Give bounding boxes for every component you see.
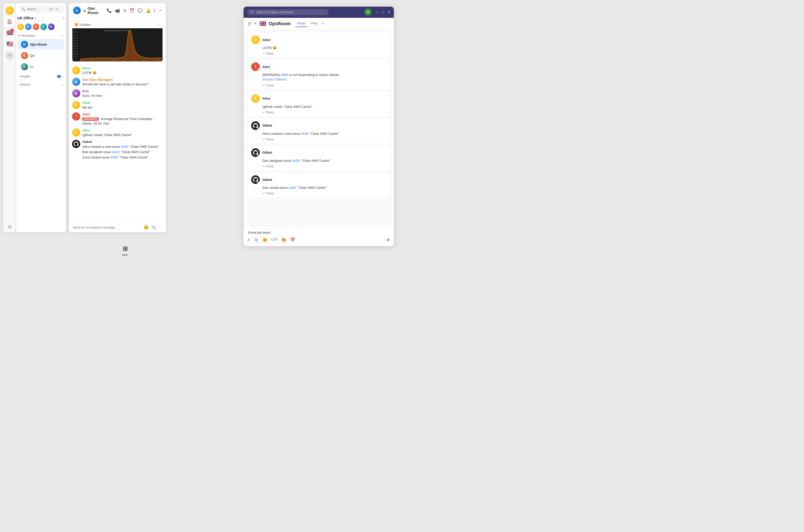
tab-files[interactable]: Files	[308, 20, 320, 27]
chat-header: O 🔒 Ops Room 📞 📹 ⊞ ⏰ 💬 🔔 ℹ ↗	[69, 3, 166, 18]
people-section-header[interactable]: › People 4 +	[16, 72, 66, 80]
issue-link-1[interactable]: #426	[121, 145, 128, 149]
apps-label: Apps	[122, 253, 128, 256]
grid-icon[interactable]: ⊞	[123, 8, 126, 13]
emoji-icon[interactable]: 😊	[144, 225, 149, 230]
rp-reply-button-1[interactable]: ↩ Reply	[251, 52, 386, 55]
bell-icon[interactable]: 🔔	[146, 8, 151, 13]
rp-reply-button-gitbot-2[interactable]: ↩ Reply	[251, 165, 386, 168]
rp-compose-text[interactable]: Great job team!	[247, 229, 390, 236]
workspace-add-button[interactable]: +	[63, 16, 65, 20]
sticker-icon[interactable]: 🎨	[282, 238, 287, 242]
search-icon: 🔍	[21, 7, 25, 11]
avatar-1[interactable]: A	[17, 23, 24, 30]
rp-message-alice-lgtm: A Alice LGTM 😀 ↩ Reply	[248, 33, 390, 58]
channel-item-ops-room[interactable]: O Ops Room	[18, 39, 64, 50]
rp-reply-button-alice-github[interactable]: ↩ Reply	[251, 111, 386, 114]
aws-link[interactable]: AWS	[281, 73, 288, 77]
workspace-chevron[interactable]: ▾	[35, 17, 36, 20]
expand-icon[interactable]: ↗	[158, 8, 162, 13]
user-avatar-icon[interactable]: A	[5, 6, 15, 15]
tab-add-button[interactable]: +	[321, 20, 325, 27]
settings-icon[interactable]: ⚙	[8, 224, 12, 230]
close-button[interactable]: ×	[387, 10, 390, 15]
right-user-avatar[interactable]: A	[365, 9, 372, 16]
rp-issue-link-3[interactable]: #426	[289, 186, 296, 190]
rooms-add-button[interactable]: +	[62, 82, 64, 87]
maximize-button[interactable]: □	[382, 10, 384, 15]
svg-text:9:25: 9:25	[112, 59, 115, 61]
chevron-right-icon: ›	[18, 75, 19, 78]
rp-reply-button-gitbot-3[interactable]: ↩ Reply	[251, 192, 386, 195]
avatar-5[interactable]: G	[48, 23, 55, 30]
attachment-icon[interactable]: 📎	[151, 225, 156, 230]
schedule-icon[interactable]: 📅	[290, 238, 295, 242]
phone-icon[interactable]: 📞	[107, 8, 112, 13]
video-icon[interactable]: 📹	[115, 8, 120, 13]
avatar-4[interactable]: C	[40, 23, 47, 30]
people-add-button[interactable]: +	[62, 74, 64, 78]
right-search-bar: 🔍	[247, 9, 329, 15]
format-icon[interactable]: 𝐀	[247, 238, 250, 242]
rp-issue-link-1[interactable]: #426	[301, 132, 308, 136]
rp-message-alice-github: A Alice !github create "Clear AWS Cache"…	[248, 92, 390, 117]
info-icon[interactable]: ℹ	[154, 8, 155, 13]
rp-reply-button-alert[interactable]: ↩ Reply	[251, 83, 386, 87]
message-gitbot: Gitbot Alice created a new issue #426: "…	[72, 139, 163, 161]
chat-input-icons: 😊 📎 ···	[144, 225, 162, 230]
hamburger-icon[interactable]: ☰	[248, 21, 251, 26]
avatar-2[interactable]: D	[25, 23, 32, 30]
favourites-section-header[interactable]: ▾ Favourites +	[16, 32, 66, 39]
more-icon[interactable]: ···	[159, 225, 162, 230]
tab-posts[interactable]: Posts	[295, 20, 308, 27]
source-link[interactable]: Source	[262, 77, 273, 81]
rp-msg-body-gitbot-3: Dan closed issue #426: "Clear AWS Cache"	[251, 186, 386, 190]
nav-icon[interactable]: ⊙	[56, 7, 58, 11]
send-button[interactable]: ➤	[386, 237, 390, 243]
issue-link-3[interactable]: #426	[110, 155, 118, 159]
chevron-right-rooms-icon: ›	[18, 83, 19, 87]
gif-icon[interactable]: GIF	[271, 238, 278, 242]
emoji-icon-rp[interactable]: 😊	[262, 238, 267, 242]
sidebar-item-home[interactable]: 🏠	[5, 17, 15, 26]
svg-text:80 ms: 80 ms	[73, 36, 78, 39]
sidebar-item-uk[interactable]: 🇬🇧 4	[5, 28, 15, 38]
alice-avatar-2: A	[72, 101, 80, 109]
svg-text:40 ms: 40 ms	[73, 48, 78, 50]
channel-item-qa[interactable]: Q QA	[18, 50, 64, 61]
titlebar-controls: A − □ ×	[365, 9, 390, 16]
rp-msg-body-alert: [WARNING] AWS is not responding to statu…	[251, 73, 386, 82]
chat-bubble-icon[interactable]: 💬	[138, 8, 143, 13]
rp-reply-button-gitbot-1[interactable]: ↩ Reply	[251, 138, 386, 141]
rp-alert-avatar: !	[251, 62, 260, 71]
grafana-expand-icon[interactable]: ↗	[157, 23, 160, 26]
issue-link-2[interactable]: #426	[112, 150, 119, 154]
message-dan: D Dan (Ops Manager) Should we have a cal…	[72, 77, 163, 88]
apps-grid-icon: ⊞	[123, 245, 128, 252]
right-plus-icon[interactable]: +	[254, 21, 257, 27]
minimize-button[interactable]: −	[375, 10, 378, 15]
right-search-input[interactable]	[256, 11, 307, 14]
rp-message-gitbot-1: Gitbot Alice created a new issue #426: "…	[248, 119, 390, 144]
status-dot-red	[257, 69, 260, 71]
favourites-add-button[interactable]: +	[62, 34, 64, 38]
apps-button[interactable]: ⊞ Apps	[118, 243, 132, 258]
channel-item-ci[interactable]: C CI	[18, 61, 64, 72]
msg-author-dan: Dan (Ops Manager)	[82, 78, 163, 81]
add-workspace-button[interactable]: +	[6, 52, 14, 60]
gitbot-lines: Alice created a new issue #426: "Clear A…	[82, 144, 163, 160]
attachment-icon-rp[interactable]: 📎	[254, 238, 259, 242]
chat-input[interactable]	[73, 226, 142, 229]
clock-icon[interactable]: ⏰	[129, 8, 135, 13]
sidebar-item-us[interactable]: 🇺🇸	[5, 39, 15, 49]
message-content-1: Alice LGTM 😀	[82, 66, 163, 75]
rp-issue-link-2[interactable]: #426	[292, 159, 300, 163]
grafana-title: Grafana	[75, 23, 91, 26]
apps-bar: ⊞ Apps	[118, 243, 132, 258]
avatar-3[interactable]: O	[33, 23, 39, 30]
message-alice-lgtm: A Alice LGTM 😀	[72, 65, 163, 76]
search-input[interactable]	[27, 7, 47, 11]
rooms-section-header[interactable]: › Rooms +	[16, 80, 66, 89]
silence-link[interactable]: Silence	[276, 77, 287, 81]
workspace-header: UK Office ▾ +	[16, 14, 66, 22]
